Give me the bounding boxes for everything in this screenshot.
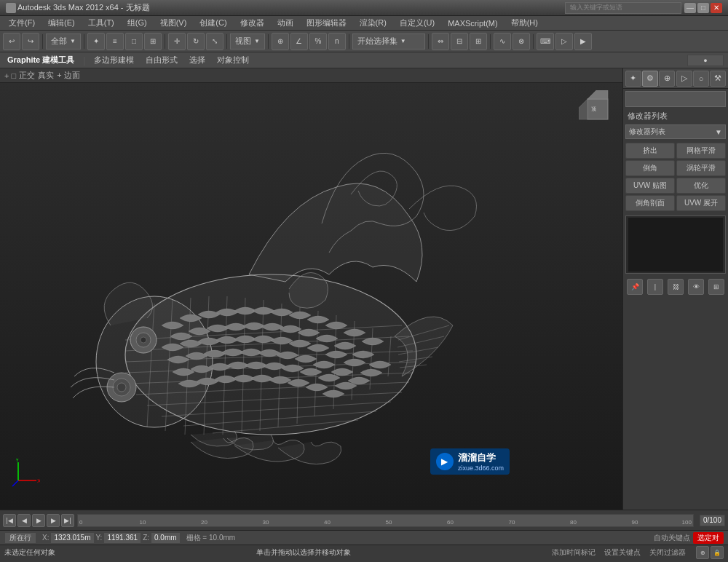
tab-objectpaint[interactable]: 对象控制 — [214, 54, 252, 66]
render-frame-button[interactable]: ▷ — [555, 33, 573, 50]
tick-90: 90 — [631, 519, 638, 526]
select-object-button[interactable]: ✦ — [87, 33, 105, 50]
viewport[interactable]: + □ 正交 真实 + 边面 — [0, 68, 622, 510]
rp-btn-chamferface[interactable]: 倒角剖面 — [625, 195, 675, 211]
rp-modifier-dropdown[interactable]: 修改器列表 ▼ — [625, 124, 726, 139]
rp-btn-meshsmooth[interactable]: 网格平滑 — [676, 143, 726, 159]
rect-select-button[interactable]: □ — [125, 33, 143, 50]
svg-marker-39 — [587, 90, 608, 99]
rp-motion-icon[interactable]: ▷ — [676, 71, 692, 87]
menu-modifiers[interactable]: 修改器 — [234, 17, 270, 29]
spinner-snap-button[interactable]: n — [328, 33, 346, 50]
render-setup-button[interactable]: ⌨ — [537, 33, 554, 50]
lock-icon[interactable]: 🔒 — [711, 546, 724, 559]
x-value[interactable]: 1323.015m — [50, 532, 94, 544]
schematic-view-button[interactable]: ⊗ — [513, 33, 530, 50]
svg-text:Y: Y — [15, 459, 20, 463]
menu-grapheditors[interactable]: 图形编辑器 — [301, 17, 352, 29]
rp-btn-extrude[interactable]: 挤出 — [625, 143, 675, 159]
key-filter-button[interactable]: 选定对 — [693, 532, 724, 544]
tab-select[interactable]: 选择 — [186, 54, 208, 66]
mirror-button[interactable]: ⇔ — [432, 33, 449, 50]
rp-search[interactable] — [625, 91, 726, 107]
add-time-button[interactable]: 添加时间标记 — [552, 547, 596, 558]
toolbar-separator6 — [349, 34, 349, 49]
toolbar-separator9 — [533, 34, 534, 49]
next-frame-button[interactable]: ▶| — [61, 514, 74, 527]
select-rotate-button[interactable]: ↻ — [187, 33, 205, 50]
close-button[interactable]: ✕ — [711, 3, 722, 13]
app-icon — [6, 3, 16, 13]
snap-settings-icon[interactable]: ⊕ — [696, 546, 709, 559]
select-by-name-button[interactable]: ≡ — [106, 33, 124, 50]
rp-chain-icon[interactable]: ⛓ — [668, 279, 684, 295]
menu-maxscript[interactable]: MAXScript(M) — [442, 18, 503, 28]
prev-frame-button[interactable]: |◀ — [3, 514, 16, 527]
status-bar: 所在行 X: 1323.015m Y: 1191.361 Z: 0.0mm 栅格… — [0, 531, 728, 545]
close-filter-button[interactable]: 关闭过滤器 — [649, 547, 686, 558]
curve-editor-button[interactable]: ∿ — [494, 33, 511, 50]
setup-key-button[interactable]: 设置关键点 — [604, 547, 641, 558]
timeline-bar[interactable]: 0 10 20 30 40 50 60 70 80 90 100 — [77, 514, 694, 527]
select-move-button[interactable]: ✛ — [168, 33, 186, 50]
title-search[interactable]: 输入关键字或短语 — [570, 3, 622, 12]
graphite-toggle[interactable]: ● — [687, 55, 724, 66]
timeline[interactable]: |◀ ◀ ▶ ▶ ▶| 0 10 20 30 40 50 60 70 80 90… — [0, 510, 728, 531]
percent-snap-button[interactable]: % — [309, 33, 327, 50]
rp-eye-icon[interactable]: 👁 — [688, 279, 704, 295]
rp-pin-icon[interactable]: 📌 — [627, 279, 643, 295]
menu-tools[interactable]: 工具(T) — [82, 17, 120, 29]
rp-utilities-icon[interactable]: ⚒ — [710, 71, 726, 87]
rp-hierarchy-icon[interactable]: ⊕ — [659, 71, 675, 87]
current-frame[interactable]: 0 / 100 — [700, 515, 725, 526]
rp-btn-turbosmooth[interactable]: 涡轮平滑 — [676, 160, 726, 176]
menu-help[interactable]: 帮助(H) — [505, 17, 544, 29]
menu-edit[interactable]: 编辑(E) — [42, 17, 81, 29]
window-crossing-button[interactable]: ⊞ — [144, 33, 162, 50]
viewport-gizmo[interactable]: 顶 — [579, 90, 615, 127]
menu-rendering[interactable]: 渲染(R) — [354, 17, 392, 29]
status-row-label: 所在行 — [4, 532, 36, 544]
viewport-canvas[interactable]: 顶 X Y Z ▶ 溜溜自学 zixue.3d66.com — [0, 83, 622, 510]
y-value[interactable]: 1191.361 — [103, 532, 141, 544]
graphite-label: Graphite 建模工具 — [4, 54, 77, 66]
rp-display-icon[interactable]: ○ — [693, 71, 709, 87]
rp-btn-uvwunwrap[interactable]: UVW 展开 — [676, 195, 726, 211]
title-left: Autodesk 3ds Max 2012 x64 - 无标题 — [6, 2, 150, 13]
rp-btn-chamfer[interactable]: 倒角 — [625, 160, 675, 176]
angle-snap-button[interactable]: ∠ — [290, 33, 308, 50]
rp-lock-icon[interactable]: | — [647, 279, 663, 295]
rp-grid-icon[interactable]: ⊞ — [708, 279, 724, 295]
rp-search-input[interactable] — [629, 95, 722, 103]
named-sel-dropdown[interactable]: 开始选择集 ▼ — [352, 33, 425, 50]
tab-polygon[interactable]: 多边形建模 — [91, 54, 137, 66]
rp-modify-icon[interactable]: ⚙ — [642, 71, 658, 87]
menu-animation[interactable]: 动画 — [272, 17, 299, 29]
status-message2: 单击并拖动以选择并移动对象 — [256, 547, 351, 558]
redo-button[interactable]: ↪ — [22, 33, 39, 50]
menu-customize[interactable]: 自定义(U) — [394, 17, 440, 29]
render-prod-button[interactable]: ▶ — [574, 33, 592, 50]
snap-toggle-button[interactable]: ⊕ — [272, 33, 289, 50]
coord-system-dropdown[interactable]: 视图 ▼ — [230, 33, 265, 50]
layer-button[interactable]: ⊞ — [470, 33, 487, 50]
menu-group[interactable]: 组(G) — [122, 17, 153, 29]
prev-key-button[interactable]: ◀ — [17, 514, 31, 527]
rp-btn-optimize[interactable]: 优化 — [676, 178, 726, 194]
minimize-button[interactable]: — — [684, 3, 696, 13]
viewport-all-dropdown[interactable]: 全部 ▼ — [46, 33, 81, 50]
rp-btn-uvw[interactable]: UVW 贴图 — [625, 178, 675, 194]
menu-create[interactable]: 创建(C) — [194, 17, 232, 29]
window-controls: — □ ✕ — [684, 3, 722, 13]
undo-button[interactable]: ↩ — [3, 33, 20, 50]
z-value[interactable]: 0.0mm — [151, 532, 181, 544]
menu-views[interactable]: 视图(V) — [154, 17, 193, 29]
tab-freeform[interactable]: 自由形式 — [143, 54, 181, 66]
align-button[interactable]: ⊟ — [451, 33, 468, 50]
play-button[interactable]: ▶ — [32, 514, 45, 527]
next-key-button[interactable]: ▶ — [47, 514, 60, 527]
menu-file[interactable]: 文件(F) — [3, 17, 41, 29]
rp-create-icon[interactable]: ✦ — [625, 71, 641, 87]
maximize-button[interactable]: □ — [697, 3, 709, 13]
select-scale-button[interactable]: ⤡ — [206, 33, 223, 50]
